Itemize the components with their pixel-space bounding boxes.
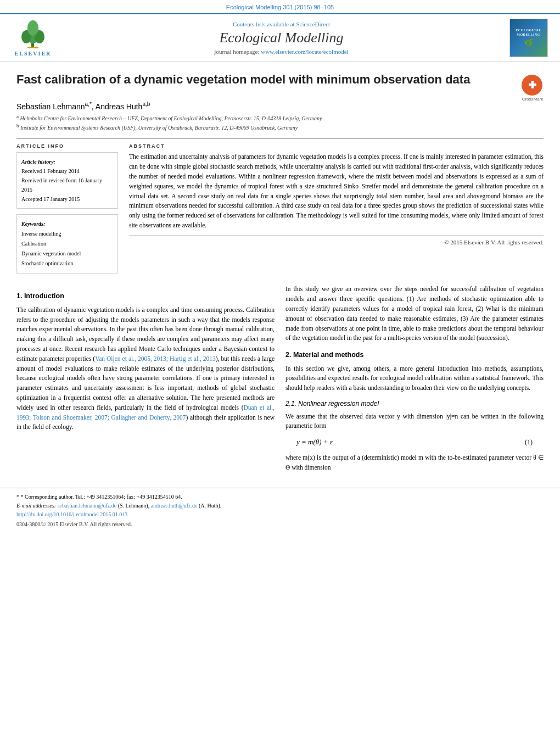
eco-logo-box: ECOLOGICALMODELLING 🌿 (509, 19, 548, 57)
email2-name: (A. Huth). (199, 503, 221, 509)
elsevier-tree-icon (16, 19, 49, 49)
keyword1: Inverse modelling (21, 229, 113, 239)
author2-name: Andreas Huth (96, 102, 143, 111)
keywords-label: Keywords: (21, 219, 113, 229)
equation: y = m(θ) + ε (296, 437, 333, 448)
doi-link[interactable]: http://dx.doi.org/10.1016/j.ecolmodel.20… (16, 511, 127, 517)
elsevier-logo: ELSEVIER (11, 19, 55, 57)
footnote-section: * * Corresponding author. Tel.: +49 3412… (0, 488, 560, 529)
article-history-label: Article history: (21, 157, 113, 166)
equation-number: (1) (525, 437, 533, 448)
main-content: Fast calibration of a dynamic vegetation… (0, 62, 560, 279)
elsevier-label: ELSEVIER (15, 51, 52, 57)
email-label: E-mail addresses: (16, 503, 56, 509)
section2-heading: 2. Material and methods (285, 350, 544, 360)
crossmark-icon: ✚ (522, 75, 542, 96)
author1-superscript: a,* (85, 101, 92, 107)
article-title: Fast calibration of a dynamic vegetation… (16, 72, 516, 88)
abstract-column: ABSTRACT The estimation and uncertainty … (129, 143, 544, 274)
email1-link[interactable]: sebastian.lehmann@ufz.de (58, 503, 117, 509)
science-direct-link[interactable]: ScienceDirect (296, 21, 330, 27)
affiliation-a: Helmholtz Centre for Environmental Resea… (20, 115, 322, 121)
equation-para: where m(x) is the output of a (determini… (285, 453, 544, 473)
accepted-date: Accepted 17 January 2015 (21, 194, 113, 204)
journal-center-header: Contents lists available at ScienceDirec… (60, 21, 502, 55)
doi-line: http://dx.doi.org/10.1016/j.ecolmodel.20… (16, 510, 544, 519)
author2-superscript: a,b (142, 101, 150, 107)
keyword2: Calibration (21, 239, 113, 249)
copyright-footer: 0304-3800/© 2015 Elsevier B.V. All right… (16, 520, 544, 529)
body-left-column: 1. Introduction The calibration of dynam… (16, 284, 275, 477)
affiliation-b: Institute for Environmental Systems Rese… (20, 125, 298, 131)
body-right-column: In this study we give an overview over t… (285, 284, 544, 477)
ecological-modelling-logo: ECOLOGICALMODELLING 🌿 (508, 19, 549, 57)
article-title-section: Fast calibration of a dynamic vegetation… (16, 72, 544, 97)
article-history-box: Article history: Received 1 February 201… (16, 152, 118, 209)
journal-title: Ecological Modelling (60, 30, 502, 46)
affiliations: a Helmholtz Centre for Environmental Res… (16, 113, 544, 132)
separator-line (16, 138, 544, 139)
science-direct-line: Contents lists available at ScienceDirec… (60, 21, 502, 27)
equation-line: y = m(θ) + ε (1) (296, 437, 533, 448)
crossmark: ✚ CrossMark (522, 75, 544, 97)
footnote-corresponding: * * Corresponding author. Tel.: +49 3412… (16, 493, 544, 501)
body-two-col: 1. Introduction The calibration of dynam… (16, 284, 544, 477)
journal-homepage: journal homepage: www.elsevier.com/locat… (60, 48, 502, 55)
email1-name: (S. Lehmann), (118, 503, 150, 509)
svg-rect-5 (27, 47, 38, 48)
subsection21-heading: 2.1. Nonlinear regression model (285, 399, 544, 409)
body-content: 1. Introduction The calibration of dynam… (0, 279, 560, 488)
duan-link[interactable]: Duan et al., 1993; Tolson and Shoemaker,… (16, 404, 275, 421)
received-revised-date: Received in revised form 16 January 2015 (21, 176, 113, 194)
article-info-column: ARTICLE INFO Article history: Received 1… (16, 143, 118, 274)
abstract-text: The estimation and uncertainty analysis … (129, 152, 544, 231)
email2-link[interactable]: andreas.huth@ufz.de (151, 503, 198, 509)
received-date: Received 1 February 2014 (21, 166, 113, 176)
article-info-abstract-row: ARTICLE INFO Article history: Received 1… (16, 143, 544, 274)
intro-para1: The calibration of dynamic vegetation mo… (16, 305, 275, 433)
subsection21-para: We assume that the observed data vector … (285, 412, 544, 432)
footnote-email-line: E-mail addresses: sebastian.lehmann@ufz.… (16, 501, 544, 510)
keywords-box: Keywords: Inverse modelling Calibration … (16, 214, 118, 274)
article-info-label: ARTICLE INFO (16, 143, 118, 149)
journal-citation: Ecological Modelling 301 (2015) 98–105 (0, 0, 560, 13)
journal-header-bar: ELSEVIER Contents lists available at Sci… (0, 13, 560, 62)
svg-point-4 (27, 20, 38, 36)
abstract-copyright: © 2015 Elsevier B.V. All rights reserved… (129, 235, 544, 246)
author1-name: Sebastian Lehmann (16, 102, 85, 111)
section1-heading: 1. Introduction (16, 291, 275, 302)
footnote-star: * (16, 494, 21, 500)
abstract-label: ABSTRACT (129, 143, 544, 149)
keyword3: Dynamic vegetation model (21, 249, 113, 259)
section1-right-para: In this study we give an overview over t… (285, 284, 544, 343)
authors-line: Sebastian Lehmanna,*, Andreas Hutha,b (16, 101, 544, 111)
section2-para: In this section we give, among others, a… (285, 364, 544, 393)
keyword4: Stochastic optimization (21, 259, 113, 269)
journal-homepage-link[interactable]: www.elsevier.com/locate/ecolmodel (261, 48, 348, 55)
footnote-corresponding-text: * Corresponding author. Tel.: +49 341235… (21, 494, 182, 500)
van-oijen-link[interactable]: Van Oijen et al., 2005, 2013; Hartig et … (95, 355, 216, 362)
